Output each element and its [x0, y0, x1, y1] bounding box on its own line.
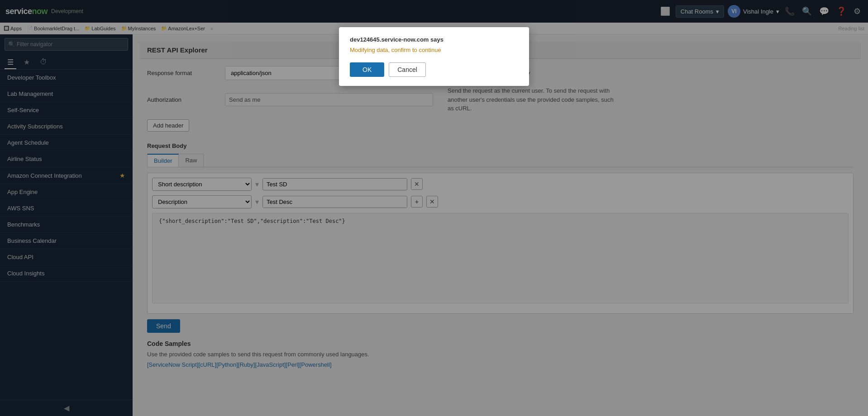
modal-site: dev124645.service-now.com says: [350, 36, 518, 43]
modal-cancel-button[interactable]: Cancel: [389, 62, 426, 77]
modal-overlay: dev124645.service-now.com says Modifying…: [0, 0, 868, 416]
modal-ok-button[interactable]: OK: [350, 62, 384, 77]
modal-buttons: OK Cancel: [350, 62, 518, 77]
modal-dialog: dev124645.service-now.com says Modifying…: [339, 27, 529, 86]
modal-message: Modifying data, confirm to continue: [350, 47, 518, 53]
